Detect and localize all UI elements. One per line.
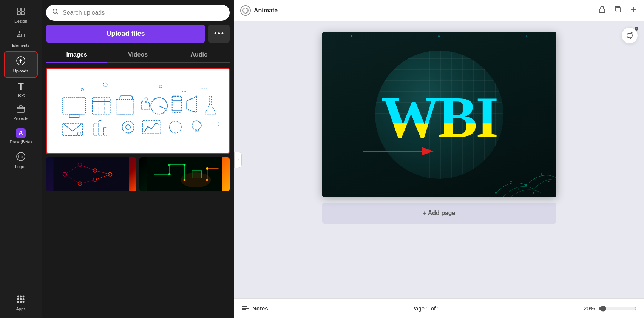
sidebar-item-draw[interactable]: A Draw (Beta) [4, 124, 38, 148]
sidebar-item-label-text: Text [17, 93, 25, 97]
upload-files-button[interactable]: Upload files [46, 25, 205, 43]
canvas-container: WBI [322, 32, 556, 224]
zoom-level: 20% [584, 305, 595, 312]
wbi-text: WBI [381, 88, 497, 147]
sidebar-item-apps[interactable]: Apps [4, 291, 38, 315]
svg-point-71 [168, 164, 171, 166]
svg-point-88 [518, 189, 519, 190]
sidebar: Design Elements Uploads T Text [0, 0, 42, 318]
svg-point-9 [17, 296, 19, 298]
more-dot: • [218, 30, 220, 38]
duplicate-button[interactable] [614, 5, 622, 15]
thumbnail-circuit[interactable] [139, 157, 230, 191]
svg-point-77 [181, 172, 211, 187]
sidebar-item-label-projects: Projects [13, 116, 28, 121]
sidebar-item-logos[interactable]: Co. Logos [4, 148, 38, 173]
search-icon [52, 8, 59, 17]
zoom-area: 20% [584, 305, 636, 312]
svg-point-75 [206, 167, 208, 170]
logos-icon: Co. [16, 152, 26, 163]
tab-audio[interactable]: Audio [168, 48, 230, 63]
search-input[interactable] [63, 9, 224, 16]
sidebar-item-text[interactable]: T Text [4, 78, 38, 101]
sidebar-item-label-draw: Draw (Beta) [10, 140, 32, 144]
projects-icon [16, 105, 25, 115]
lock-button[interactable] [598, 5, 606, 15]
svg-rect-80 [616, 8, 621, 12]
sidebar-item-projects[interactable]: Projects [4, 101, 38, 124]
add-page-button[interactable]: + Add page [322, 203, 556, 224]
svg-point-86 [541, 173, 542, 175]
svg-point-11 [23, 296, 25, 298]
svg-point-14 [23, 298, 25, 300]
image-row-thumbs [46, 157, 230, 191]
svg-point-85 [525, 184, 527, 186]
add-button[interactable] [630, 5, 638, 15]
svg-point-84 [510, 181, 512, 182]
teal-wave [481, 140, 556, 197]
svg-rect-3 [21, 12, 24, 15]
toolbar-top: Animate [234, 0, 644, 21]
svg-point-15 [17, 301, 19, 303]
svg-point-90 [544, 189, 545, 190]
upload-btn-row: Upload files • • • [46, 25, 230, 43]
svg-text:Co.: Co. [18, 155, 24, 159]
sidebar-item-label-design: Design [14, 19, 27, 23]
upload-panel: Upload files • • • Images Videos Audio [42, 0, 234, 318]
svg-rect-79 [599, 9, 605, 13]
svg-rect-1 [21, 8, 24, 11]
svg-point-12 [17, 298, 19, 300]
chat-button[interactable]: + [621, 27, 638, 44]
svg-point-10 [20, 296, 22, 298]
selected-image[interactable] [46, 68, 230, 154]
svg-point-17 [23, 301, 25, 303]
zoom-slider[interactable] [599, 306, 636, 312]
upload-more-button[interactable]: • • • [208, 25, 230, 43]
svg-rect-4 [21, 34, 24, 37]
design-card[interactable]: WBI [322, 32, 556, 197]
svg-rect-6 [17, 107, 25, 112]
tab-images[interactable]: Images [46, 48, 107, 63]
animate-button[interactable]: Animate [240, 5, 278, 16]
notes-button[interactable]: Notes [242, 305, 268, 312]
notes-label: Notes [252, 305, 268, 312]
thumbnail-neural[interactable] [46, 157, 136, 191]
svg-point-70 [168, 173, 171, 175]
svg-rect-0 [17, 8, 20, 11]
sidebar-item-label-apps: Apps [16, 307, 25, 311]
sidebar-item-elements[interactable]: Elements [4, 27, 38, 51]
page-indicator: Page 1 of 1 [274, 305, 578, 312]
animate-icon [240, 5, 251, 16]
elements-icon [16, 31, 26, 41]
collapse-panel-button[interactable]: ‹ [234, 152, 242, 168]
svg-point-16 [20, 301, 22, 303]
uploads-icon [16, 56, 26, 67]
svg-point-13 [20, 298, 22, 300]
svg-point-72 [184, 164, 186, 166]
images-grid [46, 68, 230, 191]
design-icon [16, 7, 25, 17]
more-dot: • [214, 30, 216, 38]
image-row-selected [46, 68, 230, 154]
svg-rect-2 [17, 12, 20, 15]
toolbar-right-icons [598, 5, 638, 15]
svg-point-83 [495, 192, 497, 194]
sidebar-item-label-elements: Elements [12, 43, 29, 48]
draw-icon: A [16, 128, 26, 138]
svg-point-87 [548, 181, 549, 182]
text-icon: T [18, 81, 24, 91]
svg-point-18 [53, 9, 57, 13]
svg-point-89 [533, 192, 534, 194]
sidebar-item-label-logos: Logos [15, 164, 26, 169]
particles-top [322, 35, 556, 37]
sidebar-item-design[interactable]: Design [4, 3, 38, 27]
apps-icon [16, 295, 25, 305]
tab-videos[interactable]: Videos [107, 48, 168, 63]
more-dot: • [221, 30, 224, 38]
sidebar-item-uploads[interactable]: Uploads [4, 51, 38, 78]
search-container [46, 5, 230, 21]
animate-label: Animate [254, 7, 278, 14]
canvas-scroll[interactable]: ‹ + [234, 21, 644, 298]
collapse-chevron-icon: ‹ [237, 157, 239, 163]
main-area: Animate [234, 0, 644, 318]
